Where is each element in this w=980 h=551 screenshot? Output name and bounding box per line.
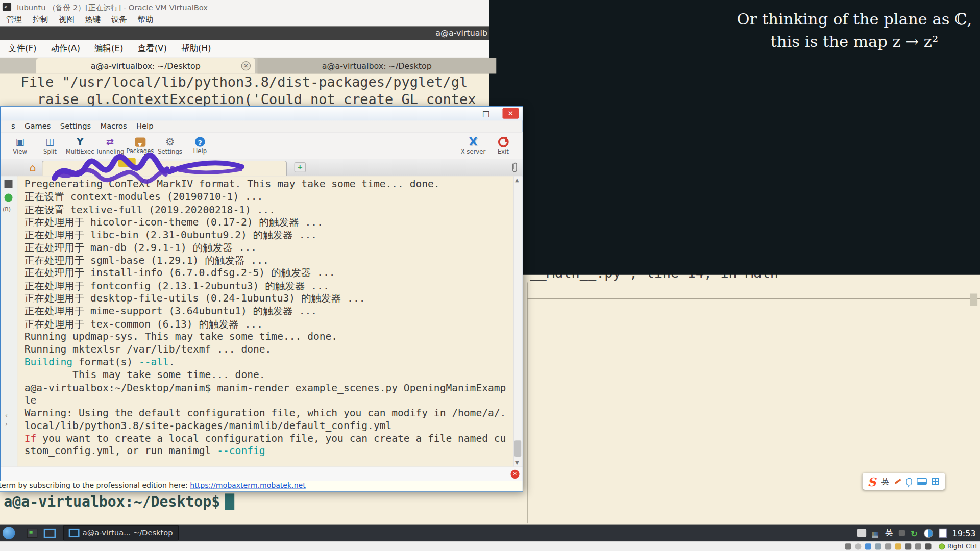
maximize-button[interactable] xyxy=(478,108,495,119)
close-button[interactable] xyxy=(502,108,519,119)
fcitx-input-indicator[interactable]: 英 xyxy=(885,527,893,538)
mobaxterm-menubar: sGamesSettingsMacrosHelp xyxy=(1,120,522,132)
host-menu-item[interactable]: 热键 xyxy=(85,14,101,25)
toolbox-icon[interactable] xyxy=(932,478,938,485)
vm-terminal-titlebar[interactable]: a@a-virtualb xyxy=(0,26,489,40)
status-tray-icon[interactable] xyxy=(923,528,933,537)
network-tray-icon[interactable] xyxy=(872,527,879,539)
view-icon xyxy=(14,136,26,147)
toolbar-label: Settings xyxy=(156,148,184,155)
manim-caption-line1: Or thinking of the plane as ℂ, xyxy=(698,10,980,29)
terminal-icon xyxy=(69,529,80,537)
paperclip-icon[interactable] xyxy=(510,162,519,176)
moba-menu-item[interactable]: Settings xyxy=(60,122,91,131)
toolbar-button-help[interactable]: Help xyxy=(186,136,214,155)
host-menu-item[interactable]: 管理 xyxy=(6,14,22,25)
toolbar-button-xserver[interactable]: X server xyxy=(459,136,487,155)
terminal-tab[interactable] xyxy=(42,161,287,176)
input-mode-label[interactable]: 英 xyxy=(881,475,889,487)
host-menu-item[interactable]: 控制 xyxy=(33,14,48,25)
terminal-text-line: le xyxy=(24,394,513,407)
recording-icon[interactable] xyxy=(915,543,921,549)
mobaxterm-toolbar: ViewSplitMultiExecTunnelingPackagesSetti… xyxy=(1,132,522,159)
minimize-button[interactable] xyxy=(454,108,470,119)
terminal-screen[interactable]: Pregenerating ConTeXt MarkIV format. Thi… xyxy=(17,176,513,466)
moba-menu-item[interactable]: Games xyxy=(24,122,51,131)
sidebar-collapse-icon[interactable]: ‹› xyxy=(5,412,8,429)
scroll-up-icon[interactable] xyxy=(515,178,519,183)
vm-menu-item[interactable]: 动作(A) xyxy=(51,43,80,54)
shell-prompt-line[interactable]: a@a-virtualbox:~/Desktop$ xyxy=(4,493,234,510)
microphone-icon[interactable] xyxy=(906,478,912,485)
volume-tray-icon[interactable] xyxy=(899,530,905,536)
toolbar-button-packages[interactable]: Packages xyxy=(126,136,154,155)
mobaxterm-statusbar xyxy=(1,467,522,481)
terminal-text-line: a@a-virtualbox:~/Desktop/manim$ manim-re… xyxy=(24,382,513,394)
virtualbox-menubar: 管理控制视图热键设备帮助 xyxy=(6,14,153,25)
mobaxterm-link[interactable]: https://mobaxterm.mobatek.net xyxy=(190,481,305,490)
vm-menu-item[interactable]: 文件(F) xyxy=(8,43,36,54)
toolbar-button-split[interactable]: Split xyxy=(36,136,64,155)
host-key-state-icon xyxy=(939,543,945,549)
status-close-icon[interactable] xyxy=(510,470,519,479)
scrollbar-fragment[interactable] xyxy=(970,294,977,306)
new-tab-button[interactable] xyxy=(295,162,306,172)
display-icon[interactable] xyxy=(905,543,911,549)
moba-menu-item[interactable]: s xyxy=(11,122,15,131)
home-icon[interactable] xyxy=(30,161,36,173)
vm-terminal-tabbar: a@a-virtualbox: ~/Desktopa@a-virtualbox:… xyxy=(0,58,489,74)
terminal-text-line: File "/usr/local/lib/python3.8/dist-pack… xyxy=(0,73,489,91)
sogou-logo-icon[interactable] xyxy=(868,474,876,488)
terminal-text-line: 正在处理用于 tex-common (6.13) 的触发器 ... xyxy=(24,318,513,331)
sidebar-label: (B) xyxy=(3,206,11,212)
mobaxterm-titlebar[interactable] xyxy=(1,107,522,120)
screenshot-tool-icon[interactable] xyxy=(27,528,38,537)
clock[interactable]: 19:53 xyxy=(952,528,976,537)
host-menu-item[interactable]: 视图 xyxy=(59,14,75,25)
toolbar-label: Help xyxy=(186,147,214,154)
terminal-text-line: Pregenerating ConTeXt MarkIV format. Thi… xyxy=(24,178,513,191)
scroll-down-icon[interactable] xyxy=(515,460,519,465)
terminal-text-line: 正在处理用于 mime-support (3.64ubuntu1) 的触发器 .… xyxy=(24,305,513,318)
sessions-panel-icon[interactable] xyxy=(5,180,13,188)
moba-menu-item[interactable]: Help xyxy=(136,122,154,131)
vm-terminal-tab[interactable]: a@a-virtualbox: ~/Desktop xyxy=(36,58,255,74)
host-menu-item[interactable]: 设备 xyxy=(111,14,127,25)
mouse-integration-icon[interactable] xyxy=(925,543,931,549)
clipboard-tray-icon[interactable] xyxy=(939,528,947,537)
host-menu-item[interactable]: 帮助 xyxy=(137,14,153,25)
moba-menu-item[interactable]: Macros xyxy=(100,122,127,131)
terminal-scrollbar[interactable] xyxy=(513,176,522,466)
display-tool-icon[interactable] xyxy=(44,528,56,537)
toolbar-button-tunneling[interactable]: Tunneling xyxy=(95,136,124,155)
toolbar-button-settings[interactable]: Settings xyxy=(156,136,184,155)
toolbar-button-view[interactable]: View xyxy=(6,136,34,155)
scrollbar-thumb[interactable] xyxy=(514,440,521,457)
terminal-text-line: 正在设置 context-modules (20190710-1) ... xyxy=(24,191,513,204)
status-indicator-icon xyxy=(5,194,13,202)
shared-folder-icon[interactable] xyxy=(895,543,901,549)
vm-terminal-tab[interactable]: a@a-virtualbox: ~/Desktop xyxy=(257,58,496,74)
taskbar-window-button[interactable]: a@a-virtua... ~/Desktop xyxy=(63,525,179,540)
vm-menu-item[interactable]: 帮助(H) xyxy=(181,43,211,54)
audio-icon[interactable] xyxy=(865,543,871,549)
update-tray-icon[interactable] xyxy=(911,527,918,539)
split-icon xyxy=(44,136,56,147)
toolbar-button-multiexec[interactable]: MultiExec xyxy=(66,136,94,155)
vm-menu-item[interactable]: 编辑(E) xyxy=(94,43,123,54)
terminal-text-line: If you want to create a local configurat… xyxy=(24,432,513,445)
vm-menu-item[interactable]: 查看(V) xyxy=(138,43,167,54)
terminal-text-line: stom_config.yml, or run manimgl --config xyxy=(24,445,513,458)
usb-icon[interactable] xyxy=(885,543,891,549)
window-border-left xyxy=(527,282,528,523)
tray-expander-icon[interactable] xyxy=(857,529,866,537)
network-icon[interactable] xyxy=(875,543,881,549)
keyboard-icon[interactable] xyxy=(917,478,927,485)
tab-close-icon[interactable] xyxy=(241,61,251,70)
exit-icon xyxy=(498,137,508,147)
app-menu-button[interactable] xyxy=(3,527,15,539)
hdd-icon[interactable] xyxy=(845,543,851,549)
toolbar-button-exit[interactable]: Exit xyxy=(489,136,518,155)
handwriting-icon[interactable] xyxy=(894,479,901,484)
optical-disc-icon[interactable] xyxy=(855,543,861,549)
